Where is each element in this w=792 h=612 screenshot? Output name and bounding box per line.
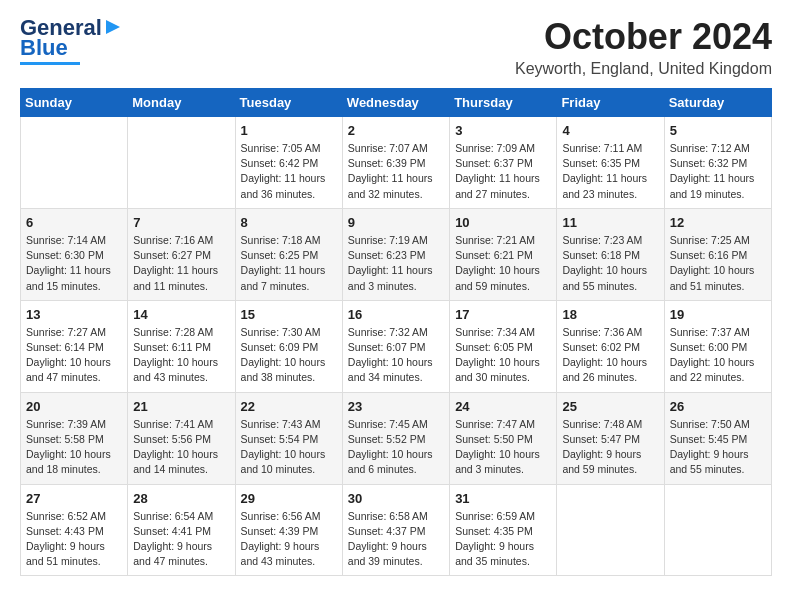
day-number: 20: [26, 399, 122, 414]
day-info: Sunrise: 7:47 AM Sunset: 5:50 PM Dayligh…: [455, 417, 551, 478]
calendar-cell: 30Sunrise: 6:58 AM Sunset: 4:37 PM Dayli…: [342, 484, 449, 576]
calendar-cell: [664, 484, 771, 576]
calendar-table: SundayMondayTuesdayWednesdayThursdayFrid…: [20, 88, 772, 576]
day-info: Sunrise: 6:56 AM Sunset: 4:39 PM Dayligh…: [241, 509, 337, 570]
page-header: General Blue October 2024 Keyworth, Engl…: [20, 16, 772, 78]
weekday-header-thursday: Thursday: [450, 89, 557, 117]
day-info: Sunrise: 7:23 AM Sunset: 6:18 PM Dayligh…: [562, 233, 658, 294]
day-number: 17: [455, 307, 551, 322]
day-info: Sunrise: 7:09 AM Sunset: 6:37 PM Dayligh…: [455, 141, 551, 202]
day-info: Sunrise: 7:45 AM Sunset: 5:52 PM Dayligh…: [348, 417, 444, 478]
day-info: Sunrise: 7:16 AM Sunset: 6:27 PM Dayligh…: [133, 233, 229, 294]
day-number: 14: [133, 307, 229, 322]
weekday-header-wednesday: Wednesday: [342, 89, 449, 117]
day-number: 26: [670, 399, 766, 414]
calendar-week-row: 20Sunrise: 7:39 AM Sunset: 5:58 PM Dayli…: [21, 392, 772, 484]
calendar-week-row: 6Sunrise: 7:14 AM Sunset: 6:30 PM Daylig…: [21, 208, 772, 300]
calendar-week-row: 13Sunrise: 7:27 AM Sunset: 6:14 PM Dayli…: [21, 300, 772, 392]
calendar-cell: [21, 117, 128, 209]
calendar-cell: 7Sunrise: 7:16 AM Sunset: 6:27 PM Daylig…: [128, 208, 235, 300]
day-info: Sunrise: 7:39 AM Sunset: 5:58 PM Dayligh…: [26, 417, 122, 478]
day-info: Sunrise: 6:59 AM Sunset: 4:35 PM Dayligh…: [455, 509, 551, 570]
day-info: Sunrise: 7:11 AM Sunset: 6:35 PM Dayligh…: [562, 141, 658, 202]
weekday-header-sunday: Sunday: [21, 89, 128, 117]
day-number: 29: [241, 491, 337, 506]
day-number: 15: [241, 307, 337, 322]
day-info: Sunrise: 7:37 AM Sunset: 6:00 PM Dayligh…: [670, 325, 766, 386]
calendar-cell: 27Sunrise: 6:52 AM Sunset: 4:43 PM Dayli…: [21, 484, 128, 576]
day-info: Sunrise: 7:50 AM Sunset: 5:45 PM Dayligh…: [670, 417, 766, 478]
day-info: Sunrise: 7:19 AM Sunset: 6:23 PM Dayligh…: [348, 233, 444, 294]
day-info: Sunrise: 7:48 AM Sunset: 5:47 PM Dayligh…: [562, 417, 658, 478]
calendar-cell: 28Sunrise: 6:54 AM Sunset: 4:41 PM Dayli…: [128, 484, 235, 576]
day-number: 22: [241, 399, 337, 414]
calendar-cell: 16Sunrise: 7:32 AM Sunset: 6:07 PM Dayli…: [342, 300, 449, 392]
day-number: 21: [133, 399, 229, 414]
day-info: Sunrise: 7:18 AM Sunset: 6:25 PM Dayligh…: [241, 233, 337, 294]
calendar-cell: 5Sunrise: 7:12 AM Sunset: 6:32 PM Daylig…: [664, 117, 771, 209]
calendar-cell: 23Sunrise: 7:45 AM Sunset: 5:52 PM Dayli…: [342, 392, 449, 484]
calendar-cell: 10Sunrise: 7:21 AM Sunset: 6:21 PM Dayli…: [450, 208, 557, 300]
calendar-cell: 19Sunrise: 7:37 AM Sunset: 6:00 PM Dayli…: [664, 300, 771, 392]
day-number: 24: [455, 399, 551, 414]
location: Keyworth, England, United Kingdom: [515, 60, 772, 78]
day-number: 18: [562, 307, 658, 322]
weekday-header-monday: Monday: [128, 89, 235, 117]
day-number: 4: [562, 123, 658, 138]
day-info: Sunrise: 6:58 AM Sunset: 4:37 PM Dayligh…: [348, 509, 444, 570]
calendar-cell: 26Sunrise: 7:50 AM Sunset: 5:45 PM Dayli…: [664, 392, 771, 484]
weekday-header-row: SundayMondayTuesdayWednesdayThursdayFrid…: [21, 89, 772, 117]
day-number: 8: [241, 215, 337, 230]
calendar-cell: 21Sunrise: 7:41 AM Sunset: 5:56 PM Dayli…: [128, 392, 235, 484]
calendar-week-row: 27Sunrise: 6:52 AM Sunset: 4:43 PM Dayli…: [21, 484, 772, 576]
calendar-cell: 4Sunrise: 7:11 AM Sunset: 6:35 PM Daylig…: [557, 117, 664, 209]
day-info: Sunrise: 7:05 AM Sunset: 6:42 PM Dayligh…: [241, 141, 337, 202]
day-number: 10: [455, 215, 551, 230]
weekday-header-friday: Friday: [557, 89, 664, 117]
svg-marker-0: [106, 20, 120, 34]
calendar-cell: 29Sunrise: 6:56 AM Sunset: 4:39 PM Dayli…: [235, 484, 342, 576]
calendar-cell: 17Sunrise: 7:34 AM Sunset: 6:05 PM Dayli…: [450, 300, 557, 392]
calendar-week-row: 1Sunrise: 7:05 AM Sunset: 6:42 PM Daylig…: [21, 117, 772, 209]
calendar-cell: 1Sunrise: 7:05 AM Sunset: 6:42 PM Daylig…: [235, 117, 342, 209]
calendar-cell: 13Sunrise: 7:27 AM Sunset: 6:14 PM Dayli…: [21, 300, 128, 392]
calendar-cell: 22Sunrise: 7:43 AM Sunset: 5:54 PM Dayli…: [235, 392, 342, 484]
weekday-header-tuesday: Tuesday: [235, 89, 342, 117]
day-number: 3: [455, 123, 551, 138]
day-info: Sunrise: 7:30 AM Sunset: 6:09 PM Dayligh…: [241, 325, 337, 386]
calendar-cell: 12Sunrise: 7:25 AM Sunset: 6:16 PM Dayli…: [664, 208, 771, 300]
title-block: October 2024 Keyworth, England, United K…: [515, 16, 772, 78]
day-number: 7: [133, 215, 229, 230]
day-number: 27: [26, 491, 122, 506]
calendar-cell: 2Sunrise: 7:07 AM Sunset: 6:39 PM Daylig…: [342, 117, 449, 209]
day-number: 1: [241, 123, 337, 138]
calendar-cell: 11Sunrise: 7:23 AM Sunset: 6:18 PM Dayli…: [557, 208, 664, 300]
logo-arrow-icon: [104, 18, 122, 36]
day-info: Sunrise: 7:41 AM Sunset: 5:56 PM Dayligh…: [133, 417, 229, 478]
day-info: Sunrise: 7:12 AM Sunset: 6:32 PM Dayligh…: [670, 141, 766, 202]
day-number: 23: [348, 399, 444, 414]
day-number: 25: [562, 399, 658, 414]
day-number: 5: [670, 123, 766, 138]
day-number: 11: [562, 215, 658, 230]
weekday-header-saturday: Saturday: [664, 89, 771, 117]
day-number: 30: [348, 491, 444, 506]
day-info: Sunrise: 7:07 AM Sunset: 6:39 PM Dayligh…: [348, 141, 444, 202]
day-info: Sunrise: 7:14 AM Sunset: 6:30 PM Dayligh…: [26, 233, 122, 294]
day-info: Sunrise: 7:28 AM Sunset: 6:11 PM Dayligh…: [133, 325, 229, 386]
day-number: 31: [455, 491, 551, 506]
calendar-cell: 18Sunrise: 7:36 AM Sunset: 6:02 PM Dayli…: [557, 300, 664, 392]
day-number: 9: [348, 215, 444, 230]
calendar-cell: 8Sunrise: 7:18 AM Sunset: 6:25 PM Daylig…: [235, 208, 342, 300]
calendar-cell: 14Sunrise: 7:28 AM Sunset: 6:11 PM Dayli…: [128, 300, 235, 392]
calendar-cell: [128, 117, 235, 209]
day-info: Sunrise: 7:43 AM Sunset: 5:54 PM Dayligh…: [241, 417, 337, 478]
day-info: Sunrise: 7:32 AM Sunset: 6:07 PM Dayligh…: [348, 325, 444, 386]
calendar-cell: 15Sunrise: 7:30 AM Sunset: 6:09 PM Dayli…: [235, 300, 342, 392]
day-info: Sunrise: 7:25 AM Sunset: 6:16 PM Dayligh…: [670, 233, 766, 294]
day-number: 28: [133, 491, 229, 506]
month-title: October 2024: [515, 16, 772, 58]
day-number: 16: [348, 307, 444, 322]
day-info: Sunrise: 6:52 AM Sunset: 4:43 PM Dayligh…: [26, 509, 122, 570]
calendar-cell: 6Sunrise: 7:14 AM Sunset: 6:30 PM Daylig…: [21, 208, 128, 300]
